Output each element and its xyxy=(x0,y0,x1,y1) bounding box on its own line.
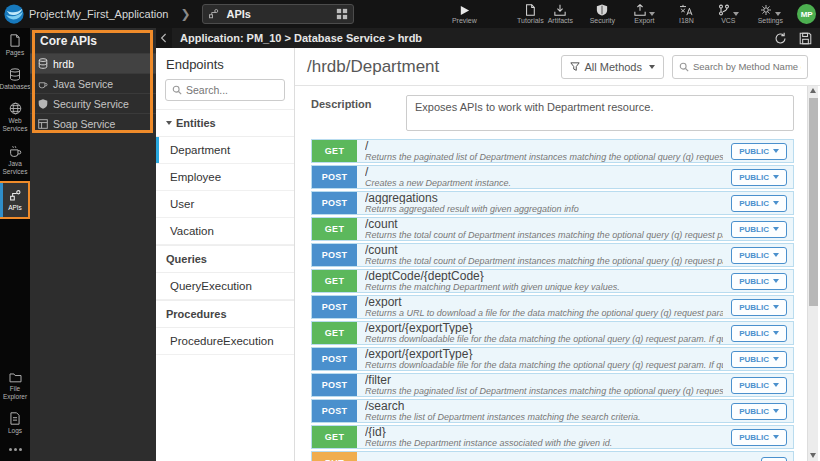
sidebar-item-apis[interactable]: APIs xyxy=(0,181,30,219)
endpoint-description: Returns the paginated list of Department… xyxy=(365,152,723,162)
access-dropdown[interactable]: PUBLIC xyxy=(731,429,787,446)
access-dropdown[interactable]: PUBLIC xyxy=(731,247,787,264)
app-logo-icon[interactable] xyxy=(3,3,25,25)
endpoint-row[interactable]: POST /export Returns a URL to download a… xyxy=(311,295,794,319)
page-icon xyxy=(9,34,21,47)
tutorials-icon xyxy=(524,4,536,16)
endpoint-nav-user[interactable]: User xyxy=(156,191,294,218)
endpoint-row[interactable]: POST /count Returns the total count of D… xyxy=(311,243,794,267)
database-icon xyxy=(38,58,48,69)
access-dropdown[interactable]: PUBLIC xyxy=(731,195,787,212)
main-header: /hrdb/Department All Methods xyxy=(295,48,820,86)
endpoint-nav-employee[interactable]: Employee xyxy=(156,164,294,191)
refresh-icon[interactable] xyxy=(774,32,787,45)
access-dropdown[interactable]: PUBLIC xyxy=(731,143,787,160)
sidebar-item-java-services[interactable]: Java Services xyxy=(0,139,30,181)
gear-icon xyxy=(760,4,772,16)
section-procedures[interactable]: Procedures xyxy=(156,300,294,328)
preview-button[interactable]: Preview xyxy=(449,5,479,24)
access-dropdown[interactable]: PUBLIC xyxy=(731,325,787,342)
endpoints-panel: Endpoints Entities Department Employee U… xyxy=(156,48,295,461)
endpoint-row[interactable]: POST / Creates a new Department instance… xyxy=(311,165,794,189)
endpoint-path: /export/{exportType} xyxy=(365,323,723,334)
workspace-selector[interactable]: APIs xyxy=(202,4,354,24)
vcs-button[interactable]: VCS xyxy=(713,4,743,24)
workspace-selected-label: APIs xyxy=(226,8,330,20)
core-api-item-soap-service[interactable]: Soap Service xyxy=(30,113,156,133)
access-dropdown[interactable]: PUBLIC xyxy=(731,169,787,186)
collapse-panel-icon[interactable] xyxy=(156,28,172,48)
chevron-down-icon xyxy=(773,279,779,283)
description-textarea[interactable]: Exposes APIs to work with Department res… xyxy=(406,95,794,131)
settings-button[interactable]: Settings xyxy=(755,4,785,24)
method-badge: POST xyxy=(312,296,357,318)
method-search[interactable] xyxy=(672,55,808,79)
upload-icon xyxy=(634,4,646,16)
sidebar-item-pages[interactable]: Pages xyxy=(0,28,30,62)
endpoint-nav-vacation[interactable]: Vacation xyxy=(156,218,294,245)
core-api-item-security-service[interactable]: Security Service xyxy=(30,93,156,113)
i18n-button[interactable]: I18N xyxy=(671,4,701,24)
translate-icon xyxy=(679,4,693,16)
endpoint-nav-queryexecution[interactable]: QueryExecution xyxy=(156,273,294,300)
export-button[interactable]: Export xyxy=(629,4,659,24)
access-dropdown[interactable]: PUBLIC xyxy=(731,299,787,316)
sidebar-item-databases[interactable]: Databases xyxy=(0,62,30,96)
endpoint-row[interactable]: GET /count Returns the total count of De… xyxy=(311,217,794,241)
section-entities[interactable]: Entities xyxy=(156,109,294,137)
chevron-down-icon xyxy=(166,121,172,125)
sidebar-item-file-explorer[interactable]: File Explorer xyxy=(0,366,30,406)
core-api-item-hrdb[interactable]: hrdb xyxy=(30,53,156,73)
scrollbar-thumb[interactable] xyxy=(809,98,818,306)
endpoint-description: Returns the paginated list of Department… xyxy=(365,386,723,396)
endpoint-path: /search xyxy=(365,401,723,412)
methods-filter-dropdown[interactable]: All Methods xyxy=(561,55,664,79)
access-dropdown[interactable]: PUBLIC xyxy=(731,221,787,238)
section-queries[interactable]: Queries xyxy=(156,245,294,273)
endpoint-row[interactable]: POST /aggregations Returns aggregated re… xyxy=(311,191,794,215)
save-icon[interactable] xyxy=(799,32,812,45)
endpoint-row[interactable]: POST /export/{exportType} Returns downlo… xyxy=(311,347,794,371)
endpoint-row[interactable]: GET /deptCode/{deptCode} Returns the mat… xyxy=(311,269,794,293)
endpoint-description: Returns the list of Department instances… xyxy=(365,412,723,422)
grid-icon[interactable] xyxy=(336,8,348,20)
endpoints-search-input[interactable] xyxy=(186,84,278,96)
endpoint-nav-department[interactable]: Department xyxy=(156,137,294,164)
page-title: /hrdb/Department xyxy=(307,57,439,77)
access-dropdown[interactable] xyxy=(761,457,787,461)
access-dropdown[interactable]: PUBLIC xyxy=(731,351,787,368)
user-avatar[interactable]: MP xyxy=(797,4,816,24)
tutorials-button[interactable]: Tutorials xyxy=(515,4,545,24)
sidebar-item-logs[interactable]: Logs xyxy=(0,406,30,440)
method-search-input[interactable] xyxy=(693,61,801,72)
endpoint-nav-procedureexecution[interactable]: ProcedureExecution xyxy=(156,328,294,355)
access-dropdown[interactable]: PUBLIC xyxy=(731,273,787,290)
access-dropdown[interactable]: PUBLIC xyxy=(731,403,787,420)
endpoint-row[interactable]: POST /filter Returns the paginated list … xyxy=(311,373,794,397)
topbar-actions: Artifacts Security Export I18N xyxy=(545,4,785,24)
method-badge: POST xyxy=(312,166,357,188)
chevron-down-icon xyxy=(773,357,779,361)
method-badge: POST xyxy=(312,374,357,396)
sidebar-item-web-services[interactable]: Web Services xyxy=(0,96,30,138)
endpoints-search[interactable] xyxy=(165,79,285,101)
artifacts-button[interactable]: Artifacts xyxy=(545,4,575,24)
chevron-down-icon xyxy=(775,12,781,16)
security-button[interactable]: Security xyxy=(587,4,617,24)
endpoint-description: Returns a URL to download a file for the… xyxy=(365,308,723,318)
chevron-down-icon xyxy=(733,12,739,16)
scroll-down-icon[interactable] xyxy=(810,453,816,458)
method-badge: POST xyxy=(312,244,357,266)
more-icon[interactable] xyxy=(0,440,30,461)
endpoint-row[interactable]: GET / Returns the paginated list of Depa… xyxy=(311,139,794,163)
core-api-item-java-service[interactable]: Java Service xyxy=(30,73,156,93)
endpoint-row[interactable]: GET /export/{exportType} Returns downloa… xyxy=(311,321,794,345)
scroll-up-icon[interactable] xyxy=(810,88,816,93)
endpoint-description: Returns downloadable file for the data m… xyxy=(365,334,723,344)
endpoint-row[interactable]: GET /{id} Returns the Department instanc… xyxy=(311,425,794,449)
endpoint-row[interactable]: PUT xyxy=(311,451,794,461)
access-dropdown[interactable]: PUBLIC xyxy=(731,377,787,394)
apis-icon xyxy=(9,189,22,202)
endpoint-row[interactable]: POST /search Returns the list of Departm… xyxy=(311,399,794,423)
vertical-scrollbar[interactable] xyxy=(807,86,818,461)
